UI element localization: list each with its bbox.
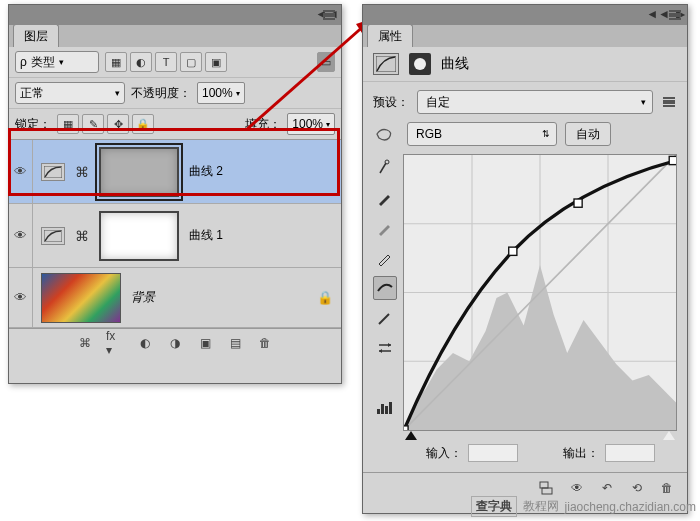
layer-mask-thumb[interactable] [99,147,179,197]
properties-tab[interactable]: 属性 [367,24,413,47]
properties-body: 预设： 自定 ▾ RGB ⇅ 自动 [363,82,687,472]
svg-rect-9 [381,404,384,414]
curve-draw-tool[interactable] [373,306,397,330]
svg-rect-25 [542,488,552,494]
eye-icon: 👁 [14,290,27,305]
blend-mode-dropdown[interactable]: 正常 ▾ [15,82,125,104]
preset-value: 自定 [426,94,450,111]
svg-rect-4 [376,56,396,72]
layers-bottom-toolbar: ⌘ fx ▾ ◐ ◑ ▣ ▤ 🗑 [9,328,341,356]
histogram-icon[interactable] [373,396,397,420]
layer-name[interactable]: 背景 [131,289,155,306]
white-point-eyedropper[interactable] [373,246,397,270]
layer-thumb[interactable] [41,273,121,323]
auto-label: 自动 [576,126,600,143]
fx-icon[interactable]: fx ▾ [106,334,124,352]
arrow-annotation [240,16,380,136]
black-slider[interactable] [405,431,417,440]
clip-icon[interactable] [537,480,557,496]
layer-content: 背景 🔒 [33,273,341,323]
trash-icon[interactable]: 🗑 [657,480,677,496]
trash-icon[interactable]: 🗑 [256,334,274,352]
white-slider[interactable] [663,431,675,440]
curve-point-tool[interactable] [373,276,397,300]
channel-row: RGB ⇅ 自动 [373,122,677,146]
visibility-toggle[interactable]: 👁 [9,140,33,203]
curves-adj-icon[interactable] [41,163,65,181]
auto-button[interactable]: 自动 [565,122,611,146]
layer-row-curves-2[interactable]: 👁 ⌘ 曲线 2 [9,140,341,204]
lock-all-icon[interactable]: 🔒 [132,114,154,134]
toggle-visibility-icon[interactable]: 👁 [567,480,587,496]
chevron-updown-icon: ⇅ [542,129,550,139]
watermark-logo: 查字典 [471,496,517,517]
layer-row-curves-1[interactable]: 👁 ⌘ 曲线 1 [9,204,341,268]
filter-adjust-icon[interactable]: ◐ [130,52,152,72]
svg-rect-10 [385,406,388,414]
svg-marker-6 [388,343,391,347]
adjustment-icon[interactable]: ◑ [166,334,184,352]
panel-menu-icon[interactable] [667,8,683,22]
eye-icon: 👁 [14,228,27,243]
opacity-label: 不透明度： [131,85,191,102]
link-layers-icon[interactable]: ⌘ [76,334,94,352]
targeted-adjust-tool[interactable] [373,156,397,180]
svg-rect-26 [540,482,548,488]
lock-pixels-icon[interactable]: ✎ [82,114,104,134]
filter-text-icon[interactable]: T [155,52,177,72]
channel-value: RGB [416,127,442,141]
visibility-toggle[interactable]: 👁 [9,204,33,267]
curve-sliders[interactable] [403,431,677,440]
black-point-eyedropper[interactable] [373,186,397,210]
watermark-url: jiaocheng.chazidian.com [565,500,696,514]
prev-state-icon[interactable]: ↶ [597,480,617,496]
properties-title: 曲线 [441,55,469,73]
properties-panel: ◄◄ ▶ 属性 曲线 预设： 自定 ▾ RGB ⇅ [362,4,688,514]
filter-icon-row: ▦ ◐ T ▢ ▣ [105,52,227,72]
filter-smart-icon[interactable]: ▣ [205,52,227,72]
input-value[interactable] [468,444,518,462]
lock-icon[interactable]: 🔒 [317,290,333,305]
svg-rect-11 [389,402,392,414]
watermark-label: 教程网 [523,498,559,515]
svg-rect-8 [377,409,380,414]
filter-pixel-icon[interactable]: ▦ [105,52,127,72]
link-icon[interactable]: ⌘ [75,228,89,244]
link-icon[interactable]: ⌘ [75,164,89,180]
mask-icon[interactable]: ◐ [136,334,154,352]
curves-adj-icon[interactable] [41,227,65,245]
io-row: 输入： 输出： [403,440,677,464]
new-layer-icon[interactable]: ▤ [226,334,244,352]
svg-point-5 [385,160,389,164]
lock-transparency-icon[interactable]: ▦ [57,114,79,134]
properties-tabbar: 属性 [363,25,687,47]
curves-icon[interactable] [373,53,399,75]
chevron-down-icon: ▾ [59,57,64,67]
output-value[interactable] [605,444,655,462]
layer-name[interactable]: 曲线 2 [189,163,223,180]
opacity-field[interactable]: 100% ▾ [197,82,245,104]
visibility-toggle[interactable]: 👁 [9,268,33,327]
layer-name[interactable]: 曲线 1 [189,227,223,244]
opacity-value: 100% [202,86,233,100]
smooth-tool[interactable] [373,336,397,360]
preset-dropdown[interactable]: 自定 ▾ [417,90,653,114]
layers-tab[interactable]: 图层 [13,24,59,47]
group-icon[interactable]: ▣ [196,334,214,352]
curve-graph[interactable] [403,154,677,431]
gray-point-eyedropper[interactable] [373,216,397,240]
channel-dropdown[interactable]: RGB ⇅ [407,122,557,146]
finger-icon[interactable] [373,126,399,142]
output-label: 输出： [563,445,599,462]
filter-icon: ρ [20,55,27,69]
mask-icon[interactable] [409,53,431,75]
layer-content: ⌘ 曲线 1 [33,211,341,261]
layer-mask-thumb[interactable] [99,211,179,261]
preset-menu-icon[interactable] [661,95,677,109]
reset-icon[interactable]: ⟲ [627,480,647,496]
lock-position-icon[interactable]: ✥ [107,114,129,134]
layer-row-background[interactable]: 👁 背景 🔒 [9,268,341,328]
filter-shape-icon[interactable]: ▢ [180,52,202,72]
layer-filter-dropdown[interactable]: ρ 类型 ▾ [15,51,99,73]
svg-rect-24 [669,156,676,164]
